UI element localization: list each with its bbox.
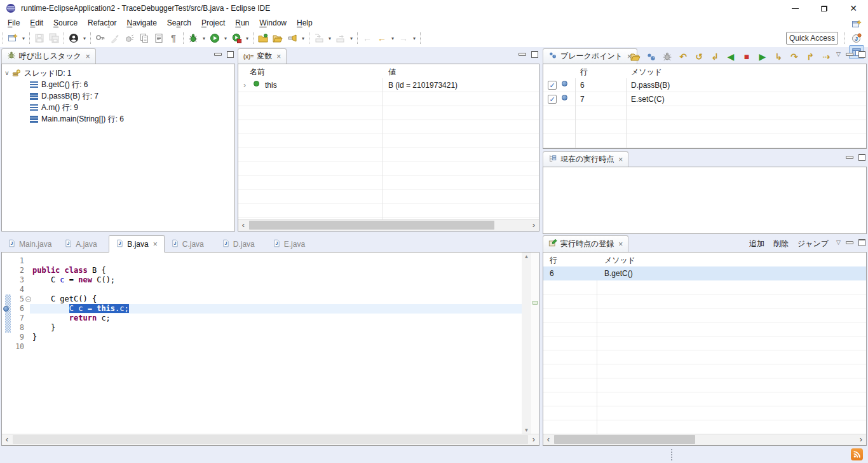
dropdown-icon[interactable]: ▾ [327, 31, 333, 45]
close-icon[interactable]: × [86, 52, 90, 61]
dropdown-icon[interactable]: ▾ [20, 31, 27, 45]
report-icon[interactable] [152, 31, 166, 45]
exec-points-tab[interactable]: 実行時点の登録 × [543, 235, 628, 252]
step-back-over-icon[interactable]: ↺ [693, 50, 705, 64]
exec-points-hscrollbar[interactable]: ‹ › [543, 434, 866, 445]
menu-item-file[interactable]: File [3, 17, 25, 29]
view-menu-icon[interactable]: ▽ [836, 240, 841, 245]
scroll-right-icon[interactable]: › [529, 434, 539, 445]
column-method[interactable]: メソッド [631, 67, 662, 78]
maximize-view-icon[interactable] [531, 51, 538, 58]
import-icon[interactable] [312, 31, 326, 45]
menu-item-source[interactable]: Source [48, 17, 83, 29]
scrollbar-thumb[interactable] [554, 435, 695, 444]
editor-tab-d.java[interactable]: JD.java [215, 236, 266, 252]
scroll-right-icon[interactable]: › [529, 220, 539, 230]
account-icon[interactable] [67, 31, 81, 45]
quick-access-box[interactable]: Quick Access [786, 32, 838, 45]
table-row[interactable]: ›thisB (id = 2101973421) [238, 78, 539, 92]
scroll-up-icon[interactable]: ▲ [522, 254, 531, 259]
breakpoint-checkbox[interactable]: ✓ [548, 81, 557, 90]
open-perspective-icon[interactable] [849, 17, 864, 31]
stack-frame[interactable]: A.m() 行: 9 [2, 102, 234, 113]
save-icon[interactable] [32, 31, 46, 45]
bug-gray-icon[interactable] [661, 50, 674, 64]
close-icon[interactable]: × [618, 240, 623, 249]
scroll-left-icon[interactable]: ‹ [238, 220, 248, 230]
dropdown-icon[interactable]: ▾ [201, 31, 207, 45]
minimize-view-icon[interactable] [846, 241, 853, 244]
editor-tab-c.java[interactable]: JC.java [165, 236, 215, 252]
step-over-icon[interactable]: ↷ [788, 50, 801, 64]
dropdown-icon[interactable]: ▾ [390, 31, 396, 45]
dropdown-icon[interactable]: ▾ [244, 31, 250, 45]
chevron-down-icon[interactable]: ˅ [2, 70, 12, 77]
menu-item-help[interactable]: Help [292, 17, 318, 29]
run-icon[interactable] [208, 31, 222, 45]
column-line[interactable]: 行 [550, 255, 557, 266]
editor-tab-a.java[interactable]: JA.java [58, 236, 109, 252]
breakpoint-ruler[interactable] [2, 252, 11, 434]
add-button[interactable]: 追加 [749, 238, 764, 249]
current-exec-tab[interactable]: 現在の実行時点 × [543, 151, 628, 167]
stack-frame[interactable]: B.getC() 行: 6 [2, 79, 234, 90]
run-last-icon[interactable] [229, 31, 243, 45]
dropdown-icon[interactable]: ▾ [348, 31, 355, 45]
maximize-view-icon[interactable] [858, 51, 865, 58]
editor-tab-main.java[interactable]: JMain.java [1, 236, 58, 252]
scrollbar-thumb[interactable] [249, 221, 494, 230]
close-icon[interactable]: × [153, 240, 158, 249]
view-menu-icon[interactable]: ▽ [836, 52, 841, 57]
debug-icon[interactable] [186, 31, 200, 45]
call-stack-tab[interactable]: 呼び出しスタック × [1, 48, 96, 64]
menu-item-navigate[interactable]: Navigate [121, 17, 161, 29]
maximize-view-icon[interactable] [227, 51, 234, 58]
minimize-view-icon[interactable] [846, 53, 853, 56]
minimize-view-icon[interactable] [214, 53, 222, 56]
column-method[interactable]: メソッド [604, 255, 635, 266]
save-all-icon[interactable] [47, 31, 61, 45]
thread-node[interactable]: ˅スレッドID: 1 [2, 67, 234, 79]
rss-icon[interactable] [851, 448, 863, 460]
menu-item-edit[interactable]: Edit [25, 17, 48, 29]
dropdown-icon[interactable]: ▾ [81, 31, 88, 45]
editor-tab-b.java[interactable]: JB.java× [109, 235, 164, 252]
step-back-return-icon[interactable]: ↲ [709, 50, 721, 64]
open-folder-icon[interactable] [271, 31, 285, 45]
close-button[interactable]: ✕ [839, 0, 868, 17]
scroll-left-icon[interactable]: ‹ [543, 434, 553, 445]
forward-icon[interactable]: → [397, 31, 410, 45]
open-folder-icon[interactable] [629, 50, 642, 64]
maximize-view-icon[interactable] [858, 239, 865, 246]
scrollbar-thumb[interactable] [13, 435, 528, 444]
breakpoint-dot-icon[interactable] [3, 306, 9, 312]
terminate-icon[interactable]: ■ [740, 50, 753, 64]
column-line[interactable]: 行 [580, 67, 588, 78]
export-icon[interactable] [334, 31, 348, 45]
editor-body[interactable]: 12345678910 − public class B { C c = new… [1, 252, 539, 446]
link-dots-icon[interactable] [645, 50, 658, 64]
new-wizard-icon[interactable] [6, 31, 20, 45]
editor-hscrollbar[interactable]: ‹ › [2, 434, 539, 445]
close-icon[interactable]: × [276, 52, 281, 61]
maximize-view-icon[interactable] [858, 154, 865, 161]
breakpoint-row[interactable]: ✓7E.setC(C) [543, 92, 866, 106]
fold-collapse-icon[interactable]: − [25, 296, 31, 302]
occurrence-marker[interactable] [532, 301, 538, 305]
breakpoints-tab[interactable]: ブレークポイント × [543, 48, 637, 64]
copy-doc-icon[interactable] [137, 31, 151, 45]
run-to-line-icon[interactable]: ⇢ [820, 50, 832, 64]
overview-ruler[interactable] [531, 252, 539, 434]
exec-point-row[interactable]: 6B.getC() [543, 266, 866, 280]
dropdown-icon[interactable]: ▾ [222, 31, 229, 45]
minimize-view-icon[interactable] [846, 156, 853, 159]
breakpoint-row[interactable]: ✓6D.passB(B) [543, 78, 866, 92]
menu-item-run[interactable]: Run [230, 17, 254, 29]
menu-item-search[interactable]: Search [162, 17, 196, 29]
step-return-icon[interactable]: ↱ [804, 50, 817, 64]
dropdown-icon[interactable]: ▾ [411, 31, 417, 45]
dropdown-icon[interactable]: ▾ [300, 31, 306, 45]
spray-icon[interactable] [123, 31, 137, 45]
menu-item-refactor[interactable]: Refactor [83, 17, 121, 29]
key-icon[interactable] [93, 31, 107, 45]
